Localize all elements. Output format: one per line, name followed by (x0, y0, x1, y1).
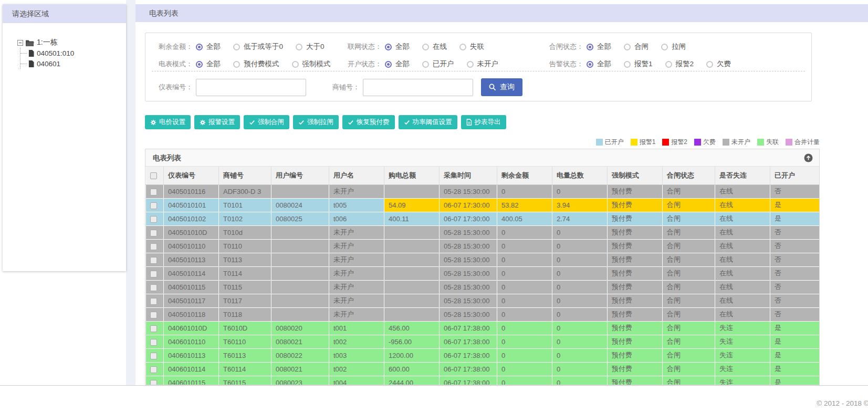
radio-icon[interactable] (665, 61, 672, 68)
radio-icon[interactable] (292, 61, 299, 68)
table-cell: 06-07 17:38:00 (440, 321, 497, 335)
radio-option[interactable]: 全部 (385, 59, 410, 69)
table-cell: 是 (770, 198, 820, 212)
tree-root-label[interactable]: 1:一栋 (37, 38, 58, 47)
row-checkbox-cell (146, 294, 164, 307)
radio-option[interactable]: 全部 (196, 59, 221, 69)
radio-option[interactable]: 全部 (587, 59, 611, 69)
radio-option[interactable]: 全部 (196, 42, 221, 52)
row-checkbox[interactable] (150, 339, 157, 346)
filter-group-label: 合闸状态： (540, 42, 583, 52)
header-checkbox-cell (146, 167, 164, 184)
radio-icon[interactable] (196, 44, 203, 50)
table-cell: 0 (552, 239, 608, 253)
row-checkbox[interactable] (150, 380, 157, 385)
table-cell: 0 (497, 266, 552, 280)
radio-icon[interactable] (624, 44, 631, 50)
radio-icon[interactable] (385, 44, 392, 50)
shop-no-input[interactable] (363, 79, 473, 96)
table-cell: 0405010110 (164, 239, 219, 253)
tree-node[interactable]: 040601 (20, 58, 126, 69)
tree-node[interactable]: 040501:010 (20, 48, 126, 58)
column-header: 是否失连 (715, 167, 770, 184)
table-cell: 否 (770, 266, 820, 280)
radio-icon[interactable] (296, 44, 302, 50)
电价设置-button[interactable]: 电价设置 (145, 115, 191, 129)
radio-option[interactable]: 已开户 (422, 59, 454, 69)
radio-option[interactable]: 全部 (385, 42, 410, 52)
radio-option[interactable]: 在线 (422, 42, 447, 52)
row-checkbox[interactable] (150, 325, 157, 332)
column-header: 已开户 (770, 167, 820, 184)
table-cell: T0101 (219, 198, 271, 212)
row-checkbox[interactable] (150, 312, 157, 318)
radio-option[interactable]: 未开户 (467, 59, 499, 69)
radio-icon[interactable] (422, 44, 429, 50)
legend-label: 报警2 (671, 138, 687, 147)
row-checkbox[interactable] (150, 353, 157, 359)
meter-table: 仪表编号商铺号用户编号用户名购电总额采集时间剩余金额电量总数强制模式合闸状态是否… (145, 167, 820, 385)
table-cell: 0 (497, 184, 552, 198)
radio-icon[interactable] (587, 44, 593, 50)
强制拉闸-button[interactable]: 强制拉闸 (293, 115, 339, 129)
tree-node-label[interactable]: 040601 (37, 60, 60, 68)
legend-item: 失联 (757, 138, 779, 147)
radio-option[interactable]: 大于0 (296, 42, 325, 52)
radio-icon[interactable] (459, 44, 466, 50)
radio-icon[interactable] (385, 61, 392, 68)
radio-icon[interactable] (196, 61, 203, 68)
filter-group: 合闸状态：全部合闸拉闸 (540, 40, 698, 54)
radio-option[interactable]: 强制模式 (292, 59, 331, 69)
抄表导出-button[interactable]: 抄表导出 (461, 115, 506, 129)
radio-icon[interactable] (624, 61, 631, 68)
radio-icon[interactable] (233, 44, 240, 50)
row-checkbox[interactable] (150, 271, 157, 277)
table-cell: 失连 (715, 348, 770, 362)
table-cell: t002 (329, 335, 384, 348)
select-all-checkbox[interactable] (150, 172, 157, 179)
row-checkbox[interactable] (150, 366, 157, 373)
强制合闸-button[interactable]: 强制合闸 (244, 115, 289, 129)
row-checkbox[interactable] (150, 298, 157, 305)
legend-label: 未开户 (731, 138, 750, 147)
collapse-up-icon[interactable] (804, 153, 813, 162)
radio-icon[interactable] (661, 44, 668, 50)
table-cell: 0 (497, 294, 552, 307)
radio-option[interactable]: 全部 (587, 42, 611, 52)
radio-icon[interactable] (422, 61, 429, 68)
tree-collapse-toggle-icon[interactable] (17, 40, 23, 46)
legend-swatch (662, 139, 669, 146)
tree-root-node[interactable]: 1:一栋 (17, 38, 126, 47)
radio-icon[interactable] (467, 61, 474, 68)
row-checkbox[interactable] (150, 284, 157, 291)
meter-no-input[interactable] (196, 79, 306, 96)
radio-icon[interactable] (233, 61, 240, 68)
table-cell: 预付费 (608, 225, 663, 239)
search-button[interactable]: 查询 (481, 78, 522, 96)
filter-group-label: 电表模式： (150, 59, 193, 69)
radio-option[interactable]: 报警1 (624, 59, 653, 69)
radio-option[interactable]: 欠费 (706, 59, 731, 69)
table-cell: 06-07 17:30:00 (440, 198, 497, 212)
table-cell: 是 (770, 212, 820, 225)
row-checkbox[interactable] (150, 216, 157, 223)
row-checkbox[interactable] (150, 257, 157, 264)
row-checkbox[interactable] (150, 189, 157, 195)
radio-option[interactable]: 预付费模式 (233, 59, 279, 69)
radio-option[interactable]: 失联 (459, 42, 484, 52)
功率阈值设置-button[interactable]: 功率阈值设置 (399, 115, 457, 129)
legend-item: 报警1 (631, 138, 656, 147)
radio-icon[interactable] (706, 61, 713, 68)
radio-option[interactable]: 拉闸 (661, 42, 686, 52)
row-checkbox[interactable] (150, 243, 157, 250)
radio-icon[interactable] (587, 61, 593, 68)
row-checkbox[interactable] (150, 230, 157, 236)
table-cell: 预付费 (608, 294, 663, 307)
报警设置-button[interactable]: 报警设置 (194, 115, 240, 129)
tree-node-label[interactable]: 040501:010 (37, 49, 74, 57)
radio-option[interactable]: 低于或等于0 (233, 42, 283, 52)
radio-option[interactable]: 报警2 (665, 59, 694, 69)
radio-option[interactable]: 合闸 (624, 42, 649, 52)
row-checkbox[interactable] (150, 202, 157, 209)
恢复预付费-button[interactable]: 恢复预付费 (342, 115, 395, 129)
